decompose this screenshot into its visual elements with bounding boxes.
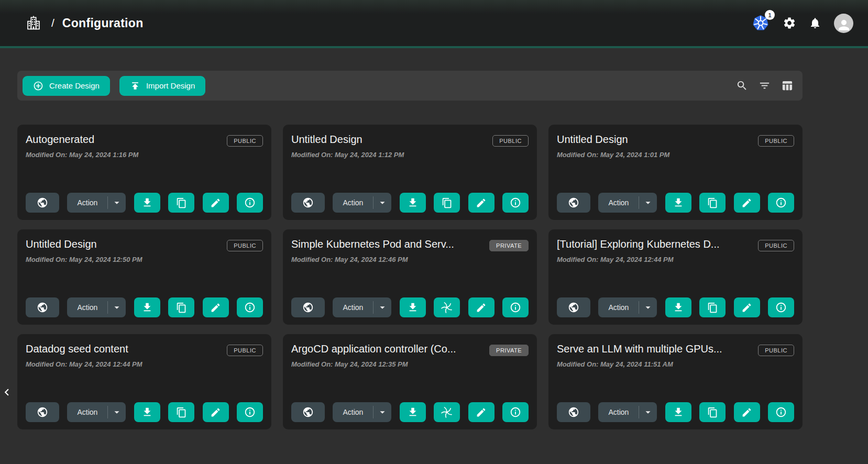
- info-button[interactable]: [237, 193, 263, 213]
- design-card[interactable]: Datadog seed content PUBLIC Modified On:…: [17, 334, 271, 429]
- info-button[interactable]: [768, 297, 794, 317]
- pencil-icon: [741, 302, 752, 313]
- table-view-button[interactable]: [781, 80, 793, 92]
- create-design-button[interactable]: Create Design: [23, 76, 110, 96]
- download-button[interactable]: [134, 297, 160, 317]
- visibility-globe-button[interactable]: [557, 297, 590, 317]
- info-button[interactable]: [502, 402, 529, 422]
- action-button[interactable]: Action: [598, 402, 639, 422]
- visibility-globe-button[interactable]: [291, 297, 325, 317]
- design-card[interactable]: Serve an LLM with multiple GPUs... PUBLI…: [548, 334, 803, 429]
- edit-button[interactable]: [468, 402, 495, 422]
- info-button[interactable]: [502, 297, 529, 317]
- edit-button[interactable]: [468, 297, 495, 317]
- download-button[interactable]: [134, 193, 160, 213]
- action-dropdown-button[interactable]: [108, 297, 126, 317]
- card-header: Untitled Design PUBLIC: [557, 134, 794, 147]
- edit-button[interactable]: [203, 297, 229, 317]
- filter-button[interactable]: [759, 80, 771, 92]
- copy-button[interactable]: [699, 297, 726, 317]
- design-card[interactable]: [Tutorial] Exploring Kubernetes D... PUB…: [548, 229, 803, 325]
- visibility-globe-button[interactable]: [291, 402, 325, 422]
- edit-button[interactable]: [734, 402, 760, 422]
- design-card[interactable]: Simple Kubernetes Pod and Serv... PRIVAT…: [283, 229, 537, 325]
- copy-button[interactable]: [699, 402, 726, 422]
- designs-toolbar: Create Design Import Design: [17, 71, 803, 101]
- action-dropdown-button[interactable]: [108, 193, 126, 213]
- visibility-globe-button[interactable]: [557, 193, 590, 213]
- download-button[interactable]: [665, 297, 691, 317]
- action-dropdown-button[interactable]: [373, 193, 391, 213]
- design-card[interactable]: ArgoCD application controller (Co... PRI…: [283, 334, 537, 429]
- download-button[interactable]: [665, 193, 691, 213]
- edit-button[interactable]: [734, 297, 760, 317]
- design-card[interactable]: Untitled Design PUBLIC Modified On: May …: [17, 229, 271, 325]
- action-button[interactable]: Action: [67, 297, 107, 317]
- visibility-globe-button[interactable]: [291, 193, 325, 213]
- copy-button[interactable]: [434, 193, 460, 213]
- action-dropdown-button[interactable]: [639, 402, 657, 422]
- modified-timestamp: Modified On: May 24, 2024 12:44 PM: [26, 360, 263, 368]
- design-card[interactable]: Untitled Design PUBLIC Modified On: May …: [283, 125, 537, 220]
- card-action-row: Action: [26, 402, 263, 422]
- action-button[interactable]: Action: [333, 402, 373, 422]
- globe-icon: [37, 406, 48, 418]
- download-button[interactable]: [400, 297, 426, 317]
- notifications-button[interactable]: [809, 17, 821, 29]
- action-button[interactable]: Action: [333, 193, 373, 213]
- visibility-badge: PUBLIC: [758, 135, 794, 147]
- swirl-button[interactable]: [434, 297, 460, 317]
- action-dropdown-button[interactable]: [639, 297, 657, 317]
- visibility-badge: PUBLIC: [227, 135, 263, 147]
- pencil-icon: [741, 407, 752, 418]
- copy-button[interactable]: [168, 193, 194, 213]
- download-button[interactable]: [400, 402, 426, 422]
- info-button[interactable]: [237, 402, 263, 422]
- pencil-icon: [210, 302, 221, 313]
- copy-button[interactable]: [699, 193, 726, 213]
- info-button[interactable]: [237, 297, 263, 317]
- download-button[interactable]: [400, 193, 426, 213]
- kubernetes-context-button[interactable]: 1: [751, 14, 770, 32]
- action-dropdown-button[interactable]: [373, 402, 391, 422]
- card-action-row: Action: [557, 297, 794, 317]
- action-dropdown-button[interactable]: [108, 402, 126, 422]
- copy-button[interactable]: [168, 297, 194, 317]
- visibility-globe-button[interactable]: [557, 402, 590, 422]
- design-card[interactable]: Untitled Design PUBLIC Modified On: May …: [548, 125, 803, 220]
- download-button[interactable]: [134, 402, 160, 422]
- design-card[interactable]: Autogenerated PUBLIC Modified On: May 24…: [17, 125, 271, 220]
- action-button[interactable]: Action: [333, 297, 373, 317]
- import-design-button[interactable]: Import Design: [119, 76, 205, 96]
- action-button[interactable]: Action: [67, 402, 107, 422]
- building-icon[interactable]: [25, 15, 42, 31]
- search-button[interactable]: [736, 80, 748, 92]
- action-dropdown-button[interactable]: [373, 297, 391, 317]
- avatar[interactable]: [834, 14, 853, 33]
- visibility-globe-button[interactable]: [26, 193, 59, 213]
- download-button[interactable]: [665, 402, 691, 422]
- visibility-globe-button[interactable]: [26, 402, 59, 422]
- modified-timestamp: Modified On: May 24, 2024 1:12 PM: [291, 151, 529, 159]
- action-button[interactable]: Action: [598, 193, 639, 213]
- edit-button[interactable]: [734, 193, 760, 213]
- visibility-badge: PUBLIC: [758, 345, 794, 356]
- copy-icon: [707, 302, 718, 313]
- action-dropdown-button[interactable]: [639, 193, 657, 213]
- visibility-globe-button[interactable]: [26, 297, 59, 317]
- copy-button[interactable]: [168, 402, 194, 422]
- sidebar-collapse-handle[interactable]: [0, 384, 12, 401]
- edit-button[interactable]: [203, 402, 229, 422]
- settings-button[interactable]: [783, 16, 796, 30]
- card-action-row: Action: [557, 402, 794, 422]
- action-button[interactable]: Action: [67, 193, 107, 213]
- action-split-button: Action: [598, 402, 657, 422]
- edit-button[interactable]: [203, 193, 229, 213]
- info-button[interactable]: [768, 193, 794, 213]
- info-icon: [244, 197, 256, 208]
- info-button[interactable]: [768, 402, 794, 422]
- action-button[interactable]: Action: [598, 297, 639, 317]
- edit-button[interactable]: [468, 193, 495, 213]
- info-button[interactable]: [502, 193, 529, 213]
- swirl-button[interactable]: [434, 402, 460, 422]
